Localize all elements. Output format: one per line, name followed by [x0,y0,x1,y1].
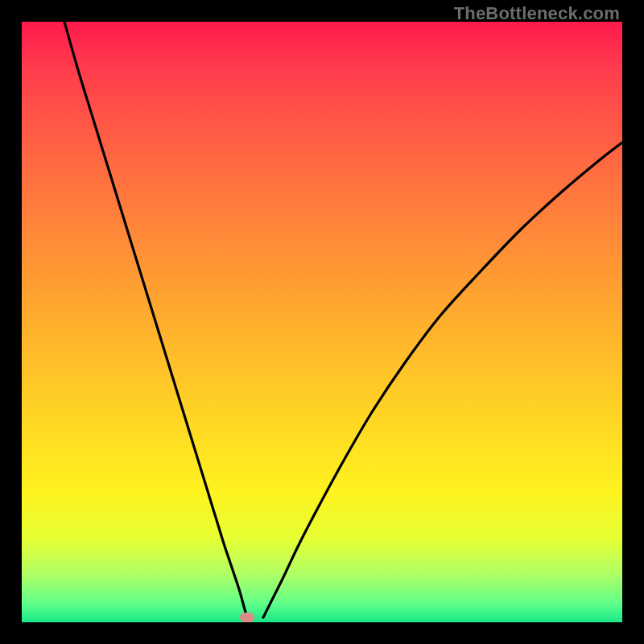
plot-area [22,22,622,622]
minimum-marker [240,613,254,622]
curve-left-branch [64,22,247,617]
chart-frame: TheBottleneck.com [0,0,644,644]
curve-svg [22,22,622,622]
curve-right-branch [263,142,622,617]
